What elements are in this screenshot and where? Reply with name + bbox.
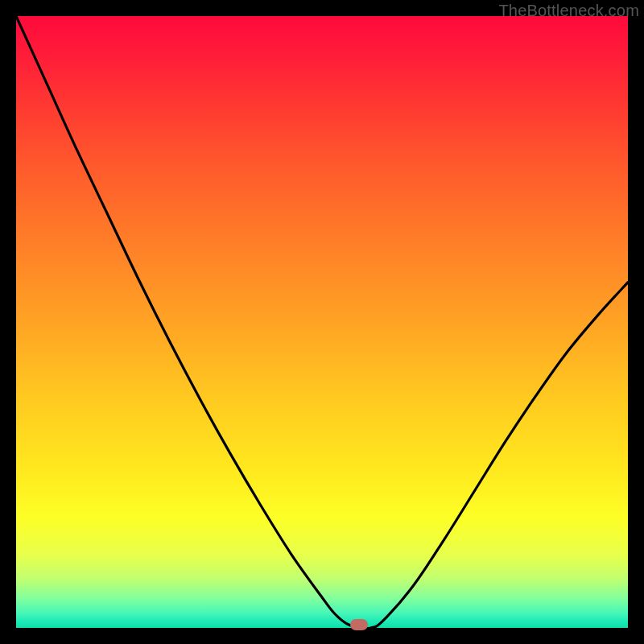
optimal-point-marker — [350, 619, 368, 630]
chart-frame: TheBottleneck.com — [0, 0, 644, 644]
bottleneck-curve — [16, 16, 628, 628]
watermark-label: TheBottleneck.com — [498, 2, 639, 20]
